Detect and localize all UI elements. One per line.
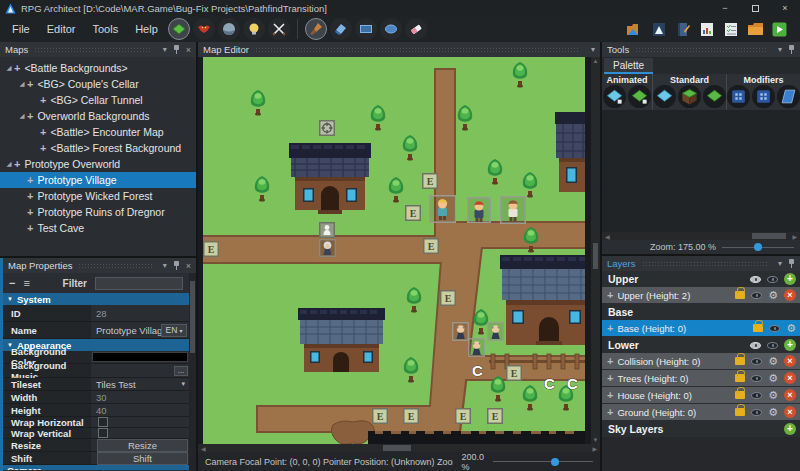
add-layer-button[interactable]: + [784,423,796,435]
panel-grip[interactable] [34,47,151,52]
grass-flat-tile-button[interactable] [703,85,726,108]
maps-tree-item[interactable]: +<Battle> Forest Background [0,140,196,156]
properties-scrollbar[interactable] [189,273,196,471]
lock-icon[interactable] [735,374,745,382]
map-horizontal-scrollbar[interactable]: ◀▶ [198,444,600,452]
map-zoom-slider[interactable] [493,457,593,467]
maps-tree-item[interactable]: ◢+<BG> Couple's Cellar [0,76,196,92]
tileset-dropdown[interactable]: Tiles Test▾ [91,378,189,390]
maps-tree-item[interactable]: ◢+<Battle Backgrounds> [0,60,196,76]
language-dropdown[interactable]: EN▾ [161,324,187,337]
tab-palette[interactable]: Palette [604,58,653,74]
menu-tools[interactable]: Tools [84,20,126,38]
palette-body[interactable] [602,110,800,232]
event-marker[interactable]: E [422,173,438,189]
collapse-all-icon[interactable]: − [9,277,15,289]
scroll-right-icon[interactable]: ▶ [592,445,597,452]
palette-scrollbar[interactable]: ◀▶ [602,232,800,240]
battle-tool-button[interactable] [268,18,290,40]
layer-row-ground[interactable]: +Ground (Height: 0)⚙× [602,404,800,420]
event-marker[interactable]: E [372,408,388,424]
event-marker[interactable]: E [405,205,421,221]
chevron-down-icon[interactable]: ▾ [778,45,782,54]
layer-row-collision[interactable]: +Collision (Height: 0)⚙× [602,353,800,369]
gear-icon[interactable]: ⚙ [768,390,778,401]
palette-zoom-slider[interactable] [722,242,794,252]
lock-icon[interactable] [735,391,745,399]
maps-tree-item[interactable]: ◢+Prototype Overworld [0,156,196,172]
npc-character[interactable] [468,198,491,223]
event-marker[interactable]: E [440,290,456,306]
event-marker[interactable]: E [403,408,419,424]
ellipse-tool-button[interactable] [380,18,402,40]
delete-layer-icon[interactable]: × [784,389,796,401]
close-icon[interactable]: × [186,45,191,55]
scroll-right-icon[interactable]: ▶ [792,233,797,240]
panel-grip[interactable] [255,47,580,52]
maps-tree-item[interactable]: +Test Cave [0,220,196,236]
add-layer-button[interactable]: + [784,339,796,351]
scroll-down-icon[interactable]: ▼ [593,437,599,443]
background-music-value[interactable]: ... [91,364,189,377]
gear-icon[interactable]: ⚙ [768,356,778,367]
tree-expander-icon[interactable]: ◢ [4,160,14,168]
close-button[interactable]: × [770,0,800,16]
delete-layer-icon[interactable]: × [784,289,796,301]
lock-icon[interactable] [735,408,745,416]
layer-row-house[interactable]: +House (Height: 0)⚙× [602,387,800,403]
layer-group-base[interactable]: Base [602,304,800,320]
scroll-left-icon[interactable]: ◀ [605,233,610,240]
open-project-button[interactable] [626,21,644,37]
delete-layer-icon[interactable]: × [784,406,796,418]
npc-event-marker[interactable] [319,222,335,238]
height-value[interactable]: 40 [91,404,189,416]
menu-editor[interactable]: Editor [39,20,84,38]
tree-expander-icon[interactable]: ◢ [17,80,27,88]
menu-help[interactable]: Help [127,20,166,38]
event-marker[interactable]: E [506,365,522,381]
shift-button[interactable]: Shift [97,452,188,465]
gear-icon[interactable]: ⚙ [786,323,796,334]
maps-tree-item[interactable]: +<BG> Cellar Tunnel [0,92,196,108]
wrap-vertical-checkbox[interactable] [98,428,108,438]
maximize-button[interactable] [740,0,770,16]
checklist-button[interactable] [722,21,740,37]
menu-file[interactable]: File [4,20,38,38]
chevron-down-icon[interactable]: ▾ [163,261,167,270]
mod-b-tile-button[interactable] [752,85,775,108]
layer-row-trees[interactable]: +Trees (Height: 0)⚙× [602,370,800,386]
eye-icon[interactable] [751,409,762,416]
eye-icon[interactable] [751,358,762,365]
filter-input[interactable] [95,277,183,290]
scroll-up-icon[interactable]: ▲ [593,58,599,64]
world-tool-button[interactable] [218,18,240,40]
gear-icon[interactable]: ⚙ [768,373,778,384]
panel-grip[interactable] [642,261,767,266]
section-camera[interactable]: Camera [3,465,189,470]
script-editor-button[interactable] [674,21,692,37]
layer-row-base[interactable]: +Base (Height: 0)⚙ [602,320,800,336]
pin-icon[interactable] [788,45,795,54]
brush-tool-button[interactable] [305,18,327,40]
pin-icon[interactable] [788,259,795,268]
minimize-button[interactable]: − [710,0,740,16]
close-icon[interactable]: × [186,261,191,271]
maps-tree-item[interactable]: +Prototype Village [0,172,196,188]
panel-grip[interactable] [635,47,767,52]
monsters-tool-button[interactable] [193,18,215,40]
eraser-tool-button[interactable] [405,18,427,40]
visibility-solo-icon[interactable] [767,342,778,349]
resize-button[interactable]: Resize [97,439,188,452]
pin-icon[interactable] [173,261,180,270]
chevron-down-icon[interactable]: ▾ [163,45,167,54]
category-view-icon[interactable]: ≡ [23,277,29,289]
event-marker[interactable]: E [423,238,439,254]
monk-character[interactable] [488,323,504,341]
water-flat-tile-button[interactable] [653,85,676,108]
map-canvas[interactable]: EEEEEEEEEECCCC [203,57,585,444]
panel-grip[interactable] [78,263,151,268]
name-value[interactable]: Prototype Village EN▾ [91,322,189,338]
water-anim-tile-button[interactable] [603,85,626,108]
section-system[interactable]: ▼System [3,293,189,305]
report-button[interactable] [698,21,716,37]
